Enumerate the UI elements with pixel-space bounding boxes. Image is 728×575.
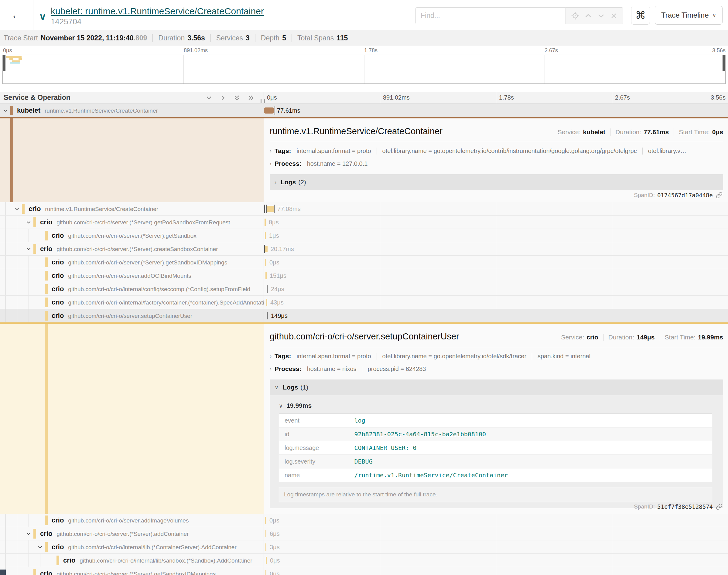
span-row[interactable]: criogithub.com/cri-o/cri-o/server.(*Serv… (0, 215, 728, 229)
find-next-icon[interactable] (597, 12, 605, 20)
logs-toggle[interactable]: ∨ Logs (1) (270, 379, 723, 395)
duration-bar[interactable] (265, 543, 266, 551)
duration-bar[interactable] (265, 530, 266, 537)
span-row[interactable]: criogithub.com/cri-o/cri-o/server.(*Serv… (0, 567, 728, 575)
chevron-right-icon: › (270, 366, 271, 372)
collapse-one-icon[interactable] (205, 94, 212, 103)
span-row[interactable]: criogithub.com/cri-o/cri-o/server.(*Serv… (0, 242, 728, 256)
span-row[interactable]: criogithub.com/cri-o/cri-o/server.(*Serv… (0, 229, 728, 242)
duration-bar[interactable] (264, 107, 274, 113)
back-button[interactable]: ← (0, 0, 33, 30)
timeline-minimap[interactable] (2, 55, 726, 84)
gridline (380, 514, 380, 527)
tags-toggle[interactable]: › Tags: internal.span.format = proto ote… (270, 144, 723, 158)
duration-bar[interactable] (265, 218, 266, 226)
span-row[interactable]: crioruntime.v1.RuntimeService/CreateCont… (0, 202, 728, 215)
gridline (612, 282, 612, 295)
collapse-all-icon[interactable] (233, 94, 240, 103)
duration-bar[interactable] (265, 272, 267, 279)
service-color-bar (45, 542, 48, 552)
gridline (612, 215, 612, 229)
summary-services: Services3 (216, 34, 250, 42)
table-row: log.messageCONTAINER USER: 0 (279, 441, 712, 455)
trace-view-selector[interactable]: Trace Timeline ∨ (655, 6, 723, 25)
gridline (496, 229, 496, 242)
span-service: crio (40, 245, 52, 252)
tag-item: internal.span.format = proto (296, 353, 376, 360)
gridline (612, 242, 612, 255)
duration-bar[interactable] (265, 570, 266, 575)
find-clear-icon[interactable] (610, 12, 618, 20)
gridline (496, 215, 496, 229)
find-prev-icon[interactable] (584, 12, 592, 20)
copy-link-icon[interactable] (716, 503, 723, 510)
span-row[interactable]: kubeletruntime.v1.RuntimeService/CreateC… (0, 104, 728, 117)
span-row[interactable]: criogithub.com/cri-o/cri-o/server.addOCI… (0, 269, 728, 282)
trace-title-link[interactable]: kubelet: runtime.v1.RuntimeService/Creat… (51, 6, 264, 17)
logs-toggle[interactable]: › Logs (2) (270, 174, 723, 190)
trace-id: 1425704 (51, 17, 264, 26)
duration-label: 1μs (269, 229, 279, 242)
log-timestamp-toggle[interactable]: ∨19.99ms (279, 402, 717, 409)
chevron-down-icon: ∨ (713, 12, 716, 19)
duration-bar[interactable] (267, 285, 268, 293)
span-row[interactable]: criogithub.com/cri-o/cri-o/server.addIma… (0, 514, 728, 527)
duration-bar[interactable] (265, 232, 266, 239)
span-collapse-icon[interactable] (26, 219, 32, 227)
span-collapse-icon[interactable] (2, 107, 8, 115)
process-item: host.name = nixos (307, 366, 362, 373)
span-operation: runtime.v1.RuntimeService/CreateContaine… (45, 206, 158, 212)
minimap-right-handle[interactable] (723, 55, 725, 71)
span-operation: github.com/cri-o/cri-o/server.(*Server).… (68, 233, 196, 239)
span-service: crio (40, 530, 52, 537)
gridline (496, 514, 496, 527)
span-collapse-icon[interactable] (26, 531, 32, 538)
trace-collapse-icon[interactable]: ∨ (39, 10, 46, 23)
gridline (380, 242, 380, 255)
duration-label: 24μs (271, 282, 284, 295)
duration-bar[interactable] (265, 259, 266, 266)
span-detail-kubelet: runtime.v1.RuntimeService/CreateContaine… (0, 117, 728, 202)
duration-bar[interactable] (267, 312, 268, 319)
detail-duration: 77.61ms (643, 128, 669, 136)
chevron-right-icon: › (270, 353, 271, 360)
copy-link-icon[interactable] (716, 192, 723, 199)
tags-toggle[interactable]: › Tags: internal.span.format = proto ote… (270, 349, 723, 363)
detail-span-title: github.com/cri-o/cri-o/server.setupConta… (270, 332, 561, 342)
expand-all-icon[interactable] (247, 94, 255, 103)
gridline (380, 202, 380, 215)
expand-one-icon[interactable] (219, 94, 227, 103)
duration-bar[interactable] (265, 246, 268, 252)
span-collapse-icon[interactable] (26, 246, 32, 253)
duration-bar[interactable] (266, 299, 267, 306)
duration-bar[interactable] (265, 517, 266, 524)
keyboard-shortcuts-button[interactable]: ⌘ (631, 6, 650, 25)
span-collapse-icon[interactable] (37, 544, 43, 551)
service-color-bar (57, 555, 59, 565)
gridline (612, 104, 612, 117)
span-collapse-icon[interactable] (14, 206, 20, 213)
span-row[interactable]: criogithub.com/cri-o/cri-o/server.setupC… (0, 309, 728, 323)
span-operation: github.com/cri-o/cri-o/server.(*Server).… (57, 246, 218, 252)
gridline (380, 215, 380, 229)
span-operation: github.com/cri-o/cri-o/server.setupConta… (68, 313, 192, 319)
span-row[interactable]: criogithub.com/cri-o/cri-o/server.(*Serv… (0, 527, 728, 540)
tag-item: internal.span.format = proto (296, 147, 376, 155)
gridline (380, 104, 380, 117)
span-row[interactable]: criogithub.com/cri-o/cri-o/internal/fact… (0, 296, 728, 309)
duration-label: 0μs (270, 554, 280, 567)
gridline (380, 229, 380, 242)
scroll-handle[interactable] (0, 570, 6, 575)
span-row[interactable]: criogithub.com/cri-o/cri-o/internal/conf… (0, 282, 728, 296)
process-toggle[interactable]: › Process: host.name = nixos process.pid… (270, 362, 723, 376)
span-row[interactable]: criogithub.com/cri-o/cri-o/server.(*Serv… (0, 256, 728, 269)
find-input[interactable] (416, 7, 565, 24)
span-row[interactable]: criogithub.com/cri-o/cri-o/internal/lib/… (0, 554, 728, 567)
locate-icon[interactable] (571, 12, 579, 20)
process-toggle[interactable]: › Process: host.name = 127.0.0.1 (270, 157, 723, 171)
table-row: id92b82381-025c-4a64-815c-ba2e1bb08100 (279, 428, 712, 441)
duration-bar[interactable] (267, 206, 274, 212)
span-row[interactable]: criogithub.com/cri-o/cri-o/internal/lib.… (0, 540, 728, 554)
duration-bar[interactable] (266, 557, 267, 564)
minimap-left-handle[interactable] (3, 55, 5, 71)
